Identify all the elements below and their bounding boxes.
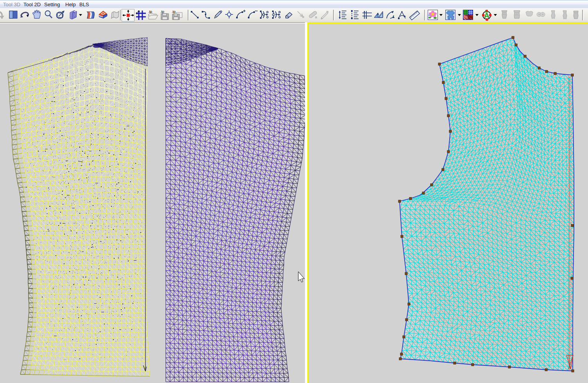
svg-text:.tp: .tp bbox=[160, 10, 164, 14]
svg-text:.tp: .tp bbox=[172, 10, 176, 14]
svg-text:A: A bbox=[376, 12, 379, 16]
svg-text:A: A bbox=[484, 11, 489, 20]
